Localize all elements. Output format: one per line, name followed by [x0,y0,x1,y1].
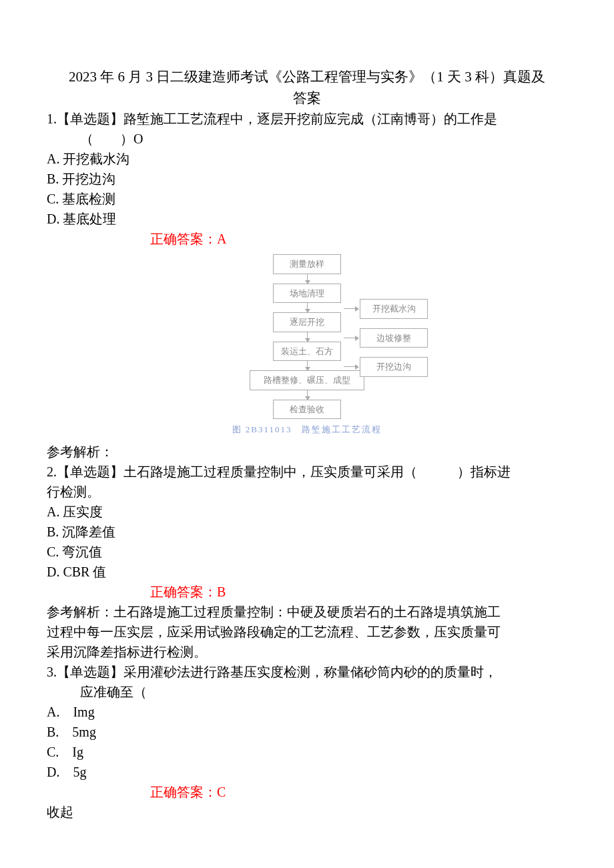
q3-option-b: B. 5mg [47,722,567,742]
flow-box-2: 场地清理 [273,284,341,304]
q1-option-d: D. 基底处理 [47,209,567,229]
arrow-down-icon [307,361,308,370]
flow-caption: 图 2B311013 路堑施工工艺流程 [232,423,382,436]
arrow-down-icon [307,274,308,284]
q2-text-line1: 2.【单选题】土石路堤施工过程质量控制中，压实质量可采用（ ）指标进 [47,462,567,482]
q2-exp-line1: 参考解析：土石路堤施工过程质量控制：中硬及硬质岩石的土石路堤填筑施工 [47,602,567,622]
q1-answer: 正确答案：A [47,229,567,249]
question-1: 1.【单选题】路堑施工工艺流程中，逐层开挖前应完成（江南博哥）的工作是 （ ）O… [47,109,567,249]
arrow-right-icon [344,338,358,338]
q1-text-line2: （ ）O [47,129,567,149]
q3-option-c: C. Ig [47,742,567,762]
q1-text-line1: 1.【单选题】路堑施工工艺流程中，逐层开挖前应完成（江南博哥）的工作是 [47,109,567,129]
question-2: 2.【单选题】土石路堤施工过程质量控制中，压实质量可采用（ ）指标进 行检测。 … [47,462,567,662]
q1-analysis-label: 参考解析： [47,442,567,462]
q2-exp-line3: 采用沉降差指标进行检测。 [47,642,567,662]
q2-text-line2: 行检测。 [47,482,567,502]
q2-answer: 正确答案：B [47,582,567,602]
q1-option-c: C. 基底检测 [47,189,567,209]
q2-option-d: D. CBR 值 [47,562,567,582]
flow-box-6: 检查验收 [273,400,341,420]
arrow-down-icon [307,332,308,342]
q1-option-a: A. 开挖截水沟 [47,149,567,169]
page-title: 2023 年 6 月 3 日二级建造师考试《公路工程管理与实务》（1 天 3 科… [47,67,567,109]
q3-option-a: A. Img [47,702,567,722]
title-line-2: 答案 [293,90,321,106]
exam-page: 2023 年 6 月 3 日二级建造师考试《公路工程管理与实务》（1 天 3 科… [0,0,614,849]
q3-text-line2: 应准确至（ [47,682,567,702]
flowchart: 测量放样 场地清理 开挖截水沟 逐层开挖 边坡修整 装运土、石方 [190,254,424,436]
q3-option-d: D. 5g [47,762,567,782]
flow-box-4: 装运土、石方 [273,342,341,362]
flow-box-1: 测量放样 [273,254,341,274]
arrow-down-icon [307,303,308,312]
q1-option-b: B. 开挖边沟 [47,169,567,189]
arrow-right-icon [344,308,358,309]
q2-exp-line2: 过程中每一压实层，应采用试验路段确定的工艺流程、工艺参数，压实质量可 [47,622,567,642]
q2-option-a: A. 压实度 [47,502,567,522]
collapse-link[interactable]: 收起 [47,802,567,822]
question-3: 3.【单选题】采用灌砂法进行路基压实度检测，称量储砂筒内砂的的质量时， 应准确至… [47,662,567,822]
flow-side-3: 开挖边沟 [360,357,428,377]
arrow-down-icon [307,390,308,400]
q2-option-b: B. 沉降差值 [47,522,567,542]
q2-option-c: C. 弯沉值 [47,542,567,562]
arrow-right-icon [344,366,358,367]
flow-box-3: 逐层开挖 [273,312,341,332]
q3-answer: 正确答案：C [47,782,567,802]
title-line-1: 2023 年 6 月 3 日二级建造师考试《公路工程管理与实务》（1 天 3 科… [69,69,545,85]
q3-text-line1: 3.【单选题】采用灌砂法进行路基压实度检测，称量储砂筒内砂的的质量时， [47,662,567,682]
